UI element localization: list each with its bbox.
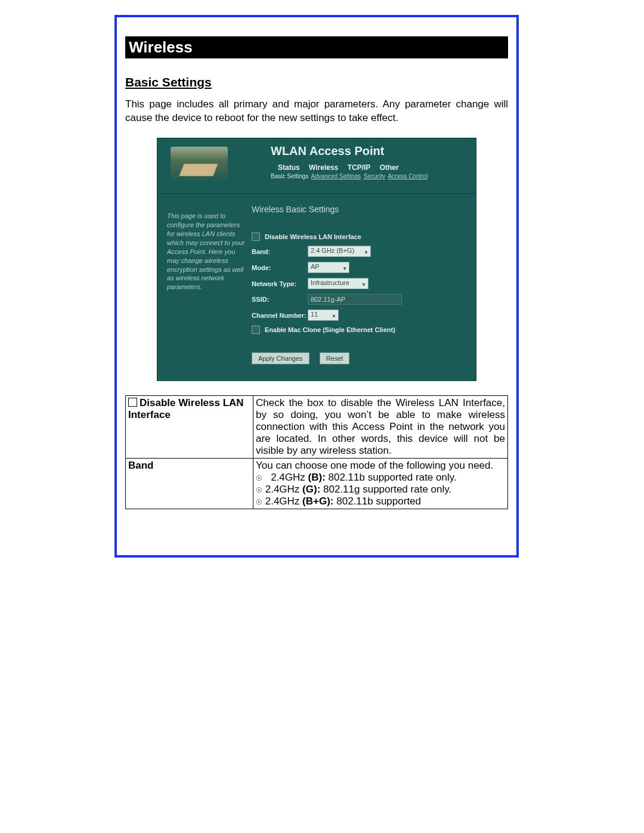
row2-desc: You can choose one mode of the following… bbox=[253, 459, 508, 509]
section-heading: Basic Settings bbox=[125, 75, 508, 89]
channel-label: Channel Number: bbox=[252, 312, 308, 319]
subnav-basic-settings[interactable]: Basic Settings bbox=[271, 173, 308, 179]
network-type-select[interactable]: Infrastructure bbox=[308, 278, 369, 289]
network-type-label: Network Type: bbox=[252, 280, 308, 287]
mac-clone-checkbox[interactable] bbox=[252, 326, 260, 334]
ssid-label: SSID: bbox=[252, 296, 308, 303]
intro-paragraph: This page includes all primary and major… bbox=[125, 98, 508, 125]
subnav-advanced-settings[interactable]: Advanced Settings bbox=[311, 173, 361, 179]
apply-changes-button[interactable]: Apply Changes bbox=[252, 352, 309, 364]
wlan-ap-screenshot: WLAN Access Point Status Wireless TCP/IP… bbox=[157, 138, 476, 381]
options-table: Disable Wireless LAN Interface Check the… bbox=[125, 395, 508, 509]
nav-other[interactable]: Other bbox=[380, 163, 399, 172]
table-row: Band You can choose one mode of the foll… bbox=[126, 459, 508, 509]
band-label: Band: bbox=[252, 248, 308, 255]
band-select[interactable]: 2.4 GHz (B+G) bbox=[308, 246, 371, 257]
subnav-security[interactable]: Security bbox=[364, 173, 385, 179]
row1-desc: Check the box to disable the Wireless LA… bbox=[253, 396, 508, 459]
channel-select[interactable]: 11 bbox=[308, 309, 339, 321]
disable-wlan-checkbox[interactable] bbox=[252, 233, 260, 241]
ap-main-nav: Status Wireless TCP/IP Other bbox=[278, 163, 404, 172]
bullet-icon: ☉ bbox=[256, 486, 262, 494]
mac-clone-label: Enable Mac Clone (Single Ethernet Client… bbox=[265, 326, 395, 333]
page-heading-text: Wireless bbox=[129, 38, 193, 56]
disable-wlan-label: Disable Wireless LAN Interface bbox=[265, 233, 361, 240]
ssid-input[interactable]: 802.11g-AP bbox=[308, 294, 402, 305]
reset-button[interactable]: Reset bbox=[320, 352, 350, 364]
nav-tcpip[interactable]: TCP/IP bbox=[348, 163, 371, 172]
ap-form: Wireless Basic Settings Disable Wireless… bbox=[252, 194, 476, 364]
table-row: Disable Wireless LAN Interface Check the… bbox=[126, 396, 508, 459]
ap-form-title: Wireless Basic Settings bbox=[252, 205, 466, 214]
subnav-access-control[interactable]: Access Control bbox=[388, 173, 428, 179]
page-heading: Wireless bbox=[125, 36, 508, 58]
ap-title: WLAN Access Point bbox=[271, 144, 384, 158]
row1-label: Disable Wireless LAN Interface bbox=[128, 397, 244, 420]
mode-select[interactable]: AP bbox=[308, 262, 349, 273]
checkbox-icon bbox=[128, 398, 137, 407]
ap-sub-nav: Basic Settings Advanced Settings Securit… bbox=[271, 173, 429, 179]
ap-device-illustration bbox=[171, 147, 228, 181]
row2-label: Band bbox=[126, 459, 253, 509]
ap-help-text: This page is used to configure the param… bbox=[157, 194, 252, 364]
mode-label: Mode: bbox=[252, 264, 308, 271]
bullet-icon: ☉ bbox=[256, 474, 262, 482]
bullet-icon: ☉ bbox=[256, 498, 262, 506]
nav-wireless[interactable]: Wireless bbox=[309, 163, 338, 172]
nav-status[interactable]: Status bbox=[278, 163, 300, 172]
